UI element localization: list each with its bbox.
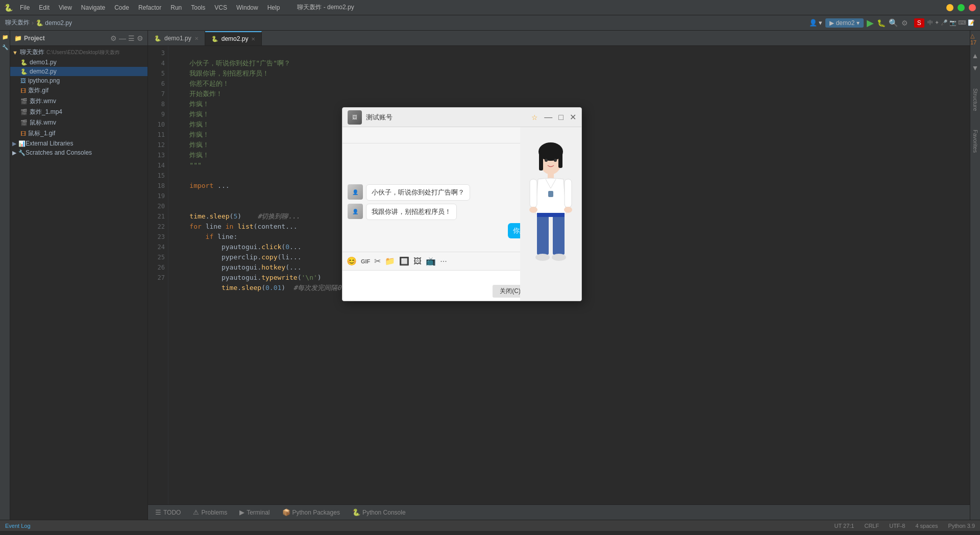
filename-demo1: demo1.py <box>30 59 57 66</box>
maximize-button[interactable] <box>958 4 965 11</box>
line-ending[interactable]: CRLF <box>864 523 879 529</box>
screen-icon[interactable]: 📺 <box>426 256 436 266</box>
project-expand-icon[interactable]: ☰ <box>128 34 135 42</box>
close-button[interactable] <box>969 4 976 11</box>
menu-view[interactable]: View <box>55 3 76 12</box>
menu-tools[interactable]: Tools <box>187 3 209 12</box>
scratches-icon: ▶ <box>12 150 16 156</box>
tree-file-gif2[interactable]: 🎞 鼠标_1.gif <box>10 128 148 139</box>
wechat-star-icon[interactable]: ☆ <box>531 113 538 121</box>
terminal-tab[interactable]: ▶ Terminal <box>237 507 272 517</box>
tree-file-gif1[interactable]: 🎞 轰炸.gif <box>10 85 148 96</box>
line-num: 5 <box>148 68 165 79</box>
warnings-down-icon[interactable]: ▼ <box>972 64 979 72</box>
svg-rect-13 <box>553 214 565 255</box>
svg-rect-14 <box>537 213 565 217</box>
filename-gif1: 轰炸.gif <box>28 86 48 95</box>
menu-navigate[interactable]: Navigate <box>77 3 109 12</box>
structure-label[interactable]: Structure <box>972 86 978 113</box>
menu-run[interactable]: Run <box>166 3 186 12</box>
scan-icon[interactable]: 🔲 <box>399 256 409 266</box>
folder-icon[interactable]: 📁 <box>385 256 395 266</box>
emoji-icon[interactable]: 😊 <box>347 256 357 266</box>
indent[interactable]: 4 spaces <box>915 523 938 529</box>
video-icon-3: 🎬 <box>20 119 28 126</box>
settings-icon[interactable]: ⚙ <box>901 19 908 27</box>
todo-tab[interactable]: ☰ TODO <box>153 507 183 517</box>
warning-count: △ 17 <box>970 33 980 45</box>
tree-file-wmv1[interactable]: 🎬 轰炸.wmv <box>10 96 148 107</box>
project-tool-icon[interactable]: 📁 <box>1 33 9 41</box>
gif-tool-icon[interactable]: GIF <box>361 258 370 264</box>
img-icon: 🖼 <box>20 78 26 84</box>
menu-window[interactable]: Window <box>232 3 262 12</box>
python-console-tab[interactable]: 🐍 Python Console <box>350 507 408 517</box>
tab-icon-demo2: 🐍 <box>211 36 218 42</box>
minimize-button[interactable] <box>946 4 953 11</box>
tree-file-wmv2[interactable]: 🎬 鼠标.wmv <box>10 117 148 128</box>
tab-demo2[interactable]: 🐍 demo2.py ✕ <box>205 31 262 45</box>
wechat-contact-name: 测试账号 <box>366 113 527 122</box>
project-tree: ▼ 聊天轰炸 C:\Users\EDZ\Desktop\聊天轰炸 🐍 demo1… <box>10 46 148 520</box>
tab-close-demo1[interactable]: ✕ <box>194 36 199 41</box>
run-button[interactable]: ▶ <box>867 17 874 29</box>
line-num: 10 <box>148 119 165 130</box>
tree-file-mp4[interactable]: 🎬 轰炸_1.mp4 <box>10 107 148 117</box>
tree-file-demo1[interactable]: 🐍 demo1.py <box>10 58 148 67</box>
wechat-minimize-button[interactable]: — <box>544 113 552 122</box>
tab-label-demo1: demo1.py <box>164 35 191 42</box>
menu-help[interactable]: Help <box>263 3 284 12</box>
warnings-up-icon[interactable]: ▲ <box>972 52 979 60</box>
gif-icon-1: 🎞 <box>20 88 26 94</box>
favorites-label[interactable]: Favorites <box>972 128 978 155</box>
breadcrumb-project: 聊天轰炸 <box>5 18 30 27</box>
image-icon[interactable]: 🖼 <box>413 257 422 266</box>
todo-icon: ☰ <box>155 508 161 516</box>
main-layout: 📁 🔧 📁 Project ⚙ — ☰ ⚙ ▼ 聊天轰炸 C:\Users\ED… <box>0 31 980 520</box>
line-numbers: 3 4 5 6 7 8 9 10 11 12 13 14 15 18 19 20… <box>148 46 168 504</box>
tree-external-libs[interactable]: ▶ 📊 External Libraries <box>10 139 148 148</box>
tree-scratches[interactable]: ▶ 🔧 Scratches and Consoles <box>10 148 148 157</box>
line-num: 9 <box>148 109 165 119</box>
line-num: 25 <box>148 252 165 262</box>
packages-label: Python Packages <box>292 509 340 516</box>
search-icon[interactable]: 🔍 <box>889 18 898 28</box>
py-icon-demo1: 🐍 <box>20 59 28 66</box>
toolbar-right: 👤 ▾ ▶ demo2 ▾ ▶ 🐛 🔍 ⚙ S 中 ✦ 🎤 📷 ⌨ 📝 <box>809 17 975 29</box>
bottom-toolbar: ☰ TODO ⚠ Problems ▶ Terminal 📦 Python Pa… <box>148 504 970 520</box>
encoding[interactable]: UTF-8 <box>889 523 905 529</box>
tab-icon-demo1: 🐍 <box>154 35 161 42</box>
problems-tab[interactable]: ⚠ Problems <box>191 507 229 517</box>
menu-file[interactable]: File <box>16 3 34 12</box>
sougou-icons: 中 ✦ 🎤 📷 ⌨ 📝 <box>927 19 975 27</box>
line-num: 21 <box>148 211 165 222</box>
menu-vcs[interactable]: VCS <box>210 3 231 12</box>
structure-tool-icon[interactable]: 🔧 <box>1 43 9 51</box>
menu-code[interactable]: Code <box>110 3 133 12</box>
event-log[interactable]: Event Log <box>5 523 31 529</box>
window-controls <box>946 4 976 11</box>
tree-file-demo2[interactable]: 🐍 demo2.py <box>10 67 148 76</box>
console-icon: 🐍 <box>352 508 360 516</box>
debug-button[interactable]: 🐛 <box>877 19 886 27</box>
tree-file-ipython[interactable]: 🖼 ipython.png <box>10 76 148 85</box>
account-icon[interactable]: 👤 ▾ <box>809 19 823 27</box>
project-menu-icon[interactable]: ⚙ <box>110 34 117 42</box>
menu-edit[interactable]: Edit <box>35 3 54 12</box>
run-config-dropdown[interactable]: ▶ demo2 ▾ <box>825 18 863 28</box>
menu-refactor[interactable]: Refactor <box>134 3 165 12</box>
tab-demo1[interactable]: 🐍 demo1.py ✕ <box>148 31 205 45</box>
wechat-maximize-button[interactable]: □ <box>558 113 564 122</box>
external-libs-icon2: 📊 <box>18 140 26 147</box>
terminal-icon: ▶ <box>239 508 244 516</box>
tree-root[interactable]: ▼ 聊天轰炸 C:\Users\EDZ\Desktop\聊天轰炸 <box>10 47 148 58</box>
python-version[interactable]: Python 3.9 <box>948 523 975 529</box>
project-close-icon[interactable]: ⚙ <box>137 34 143 42</box>
more-tools-icon[interactable]: ··· <box>440 257 447 266</box>
wechat-close-button[interactable]: ✕ <box>570 112 576 122</box>
scissor-icon[interactable]: ✂ <box>374 256 381 266</box>
python-packages-tab[interactable]: 📦 Python Packages <box>280 507 342 517</box>
tab-close-demo2[interactable]: ✕ <box>251 36 255 42</box>
message-avatar-left: 👤 <box>348 204 363 219</box>
project-collapse-icon[interactable]: — <box>119 34 126 42</box>
